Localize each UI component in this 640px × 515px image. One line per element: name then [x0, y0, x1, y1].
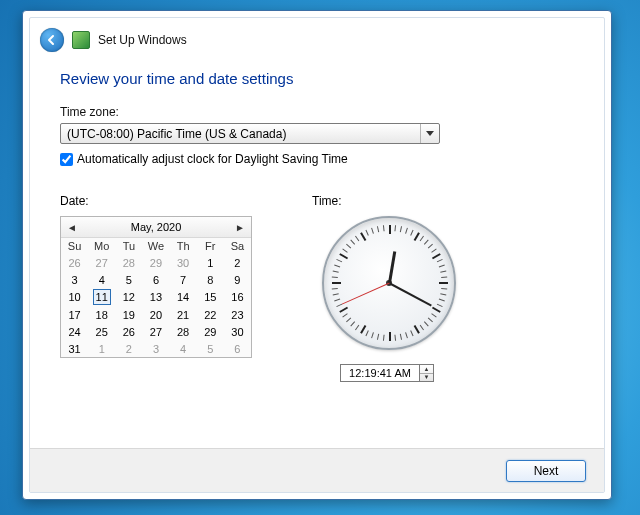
- calendar-day[interactable]: 6: [142, 271, 169, 288]
- time-label: Time:: [312, 194, 462, 208]
- calendar-day[interactable]: 20: [142, 306, 169, 323]
- calendar-day[interactable]: 3: [61, 271, 88, 288]
- time-spin-down[interactable]: ▼: [420, 374, 433, 382]
- calendar-day[interactable]: 30: [170, 254, 197, 271]
- calendar-dow: We: [142, 238, 169, 254]
- calendar-day[interactable]: 2: [224, 254, 251, 271]
- calendar-day[interactable]: 21: [170, 306, 197, 323]
- calendar-day[interactable]: 1: [197, 254, 224, 271]
- time-spinner: ▲ ▼: [420, 364, 434, 382]
- calendar-month-label[interactable]: May, 2020: [131, 221, 182, 233]
- calendar-day[interactable]: 12: [115, 288, 142, 306]
- calendar-day[interactable]: 6: [224, 340, 251, 357]
- calendar-day[interactable]: 25: [88, 323, 115, 340]
- calendar-day[interactable]: 5: [197, 340, 224, 357]
- calendar-day[interactable]: 4: [170, 340, 197, 357]
- timezone-dropdown[interactable]: (UTC-08:00) Pacific Time (US & Canada): [60, 123, 440, 144]
- calendar-day[interactable]: 1: [88, 340, 115, 357]
- calendar-day[interactable]: 31: [61, 340, 88, 357]
- timezone-label: Time zone:: [60, 105, 574, 119]
- calendar-day[interactable]: 29: [142, 254, 169, 271]
- calendar-day[interactable]: 22: [197, 306, 224, 323]
- calendar-day[interactable]: 24: [61, 323, 88, 340]
- calendar-dow: Sa: [224, 238, 251, 254]
- calendar-day[interactable]: 7: [170, 271, 197, 288]
- calendar-next-button[interactable]: ►: [231, 217, 249, 237]
- dst-checkbox[interactable]: [60, 153, 73, 166]
- calendar-dow: Su: [61, 238, 88, 254]
- timezone-value: (UTC-08:00) Pacific Time (US & Canada): [61, 127, 420, 141]
- wizard-inner: Set Up Windows Review your time and date…: [29, 17, 605, 493]
- calendar-day[interactable]: 17: [61, 306, 88, 323]
- calendar-grid: SuMoTuWeThFrSa 2627282930123456789101112…: [61, 238, 251, 357]
- date-column: Date: ◄ May, 2020 ► SuMoTuWeThFrSa 26272…: [60, 194, 252, 382]
- calendar-day[interactable]: 23: [224, 306, 251, 323]
- calendar-dow: Th: [170, 238, 197, 254]
- calendar-day[interactable]: 19: [115, 306, 142, 323]
- calendar-day[interactable]: 18: [88, 306, 115, 323]
- time-column: Time: ▲ ▼: [312, 194, 462, 382]
- calendar-day[interactable]: 3: [142, 340, 169, 357]
- calendar-dow: Fr: [197, 238, 224, 254]
- next-button[interactable]: Next: [506, 460, 586, 482]
- time-spin-up[interactable]: ▲: [420, 365, 433, 374]
- calendar-day[interactable]: 9: [224, 271, 251, 288]
- calendar-day[interactable]: 13: [142, 288, 169, 306]
- page-heading: Review your time and date settings: [60, 70, 574, 87]
- calendar-header: ◄ May, 2020 ►: [61, 217, 251, 238]
- chevron-down-icon: [420, 124, 439, 143]
- calendar-dow: Tu: [115, 238, 142, 254]
- dst-row: Automatically adjust clock for Daylight …: [60, 152, 574, 166]
- time-input[interactable]: [340, 364, 420, 382]
- calendar-day[interactable]: 8: [197, 271, 224, 288]
- wizard-footer: Next: [30, 448, 604, 492]
- calendar[interactable]: ◄ May, 2020 ► SuMoTuWeThFrSa 26272829301…: [60, 216, 252, 358]
- calendar-day[interactable]: 4: [88, 271, 115, 288]
- calendar-day[interactable]: 16: [224, 288, 251, 306]
- calendar-day[interactable]: 26: [61, 254, 88, 271]
- calendar-dow: Mo: [88, 238, 115, 254]
- wizard-title: Set Up Windows: [98, 33, 187, 47]
- calendar-day[interactable]: 15: [197, 288, 224, 306]
- calendar-day[interactable]: 10: [61, 288, 88, 306]
- calendar-day[interactable]: 28: [170, 323, 197, 340]
- calendar-day[interactable]: 26: [115, 323, 142, 340]
- calendar-day[interactable]: 2: [115, 340, 142, 357]
- date-label: Date:: [60, 194, 252, 208]
- calendar-day[interactable]: 28: [115, 254, 142, 271]
- calendar-prev-button[interactable]: ◄: [63, 217, 81, 237]
- content-area: Review your time and date settings Time …: [30, 56, 604, 382]
- calendar-day[interactable]: 14: [170, 288, 197, 306]
- calendar-day[interactable]: 30: [224, 323, 251, 340]
- dst-label[interactable]: Automatically adjust clock for Daylight …: [77, 152, 348, 166]
- calendar-day[interactable]: 29: [197, 323, 224, 340]
- wizard-header: Set Up Windows: [30, 18, 604, 56]
- calendar-day[interactable]: 27: [142, 323, 169, 340]
- calendar-day[interactable]: 5: [115, 271, 142, 288]
- analog-clock: [322, 216, 456, 350]
- app-icon: [72, 31, 90, 49]
- arrow-left-icon: [46, 34, 58, 46]
- back-button[interactable]: [40, 28, 64, 52]
- calendar-day[interactable]: 27: [88, 254, 115, 271]
- desktop-background: Set Up Windows Review your time and date…: [0, 0, 640, 515]
- calendar-day[interactable]: 11: [88, 288, 115, 306]
- wizard-window: Set Up Windows Review your time and date…: [22, 10, 612, 500]
